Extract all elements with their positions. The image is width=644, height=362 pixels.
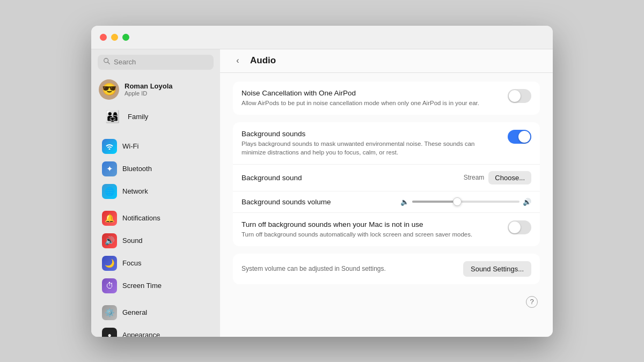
- sidebar-item-label: Family: [128, 113, 148, 121]
- row-text: Background sounds Plays background sound…: [241, 130, 508, 157]
- network-icon: 🌐: [102, 184, 117, 199]
- search-icon: [103, 57, 111, 67]
- toggle-knob: [509, 221, 521, 233]
- bg-sound-controls: Stream Choose...: [464, 171, 531, 184]
- row-desc: Allow AirPods to be put in noise cancell…: [241, 99, 499, 107]
- row-control: [508, 220, 531, 234]
- sidebar-item-screentime[interactable]: ⏱ Screen Time: [94, 275, 217, 297]
- volume-slider-row: Background sounds volume 🔈 🔊: [233, 191, 540, 213]
- sidebar-item-label: Bluetooth: [122, 165, 152, 173]
- sidebar: 😎 Roman Loyola Apple ID 👨‍👩‍👧 Family: [91, 49, 220, 337]
- back-button[interactable]: ‹: [231, 54, 245, 68]
- sidebar-item-focus[interactable]: 🌙 Focus: [94, 252, 217, 275]
- sound-icon: 🔊: [102, 233, 117, 248]
- sidebar-item-family[interactable]: 👨‍👩‍👧 Family: [94, 106, 217, 128]
- minimize-button[interactable]: [111, 34, 118, 41]
- maximize-button[interactable]: [122, 34, 129, 41]
- user-profile[interactable]: 😎 Roman Loyola Apple ID: [91, 76, 220, 103]
- sidebar-item-label: Appearance: [122, 331, 160, 337]
- help-row: ?: [233, 292, 540, 310]
- family-icon: 👨‍👩‍👧: [102, 110, 122, 124]
- notifications-icon: 🔔: [102, 211, 117, 226]
- background-sounds-toggle-row: Background sounds Plays background sound…: [233, 122, 540, 165]
- choose-button[interactable]: Choose...: [488, 171, 531, 184]
- slider-track[interactable]: [412, 201, 519, 203]
- avatar: 😎: [99, 79, 119, 100]
- noise-cancellation-row: Noise Cancellation with One AirPod Allow…: [233, 82, 540, 115]
- row-control: [508, 89, 531, 103]
- row-title: Turn off background sounds when your Mac…: [241, 220, 499, 228]
- row-title: Background sounds: [241, 130, 499, 138]
- sidebar-item-appearance[interactable]: ● Appearance: [94, 324, 217, 337]
- row-control: [508, 130, 531, 144]
- volume-low-icon: 🔈: [400, 198, 409, 206]
- main-body: Noise Cancellation with One AirPod Allow…: [220, 73, 553, 337]
- search-input[interactable]: [114, 58, 208, 66]
- slider-thumb[interactable]: [453, 197, 462, 206]
- turn-off-toggle[interactable]: [508, 220, 531, 234]
- row-title: Noise Cancellation with One AirPod: [241, 89, 499, 97]
- page-title: Audio: [250, 55, 276, 66]
- bluetooth-icon: ✦: [102, 161, 117, 176]
- window-content: 😎 Roman Loyola Apple ID 👨‍👩‍👧 Family: [91, 49, 553, 337]
- wifi-icon: [102, 139, 117, 154]
- user-name: Roman Loyola: [125, 82, 173, 90]
- sidebar-item-sound[interactable]: 🔊 Sound: [94, 230, 217, 252]
- svg-line-1: [108, 62, 110, 64]
- slider-label: Background sounds volume: [241, 198, 400, 206]
- appearance-icon: ●: [102, 328, 117, 337]
- sound-settings-button[interactable]: Sound Settings...: [463, 261, 531, 277]
- sidebar-item-label: Screen Time: [122, 282, 162, 290]
- slider-fill: [412, 201, 455, 203]
- main-content: ‹ Audio Noise Cancellation with One AirP…: [220, 49, 553, 337]
- slider-area: 🔈 🔊: [400, 198, 531, 206]
- footer-row: System volume can be adjusted in Sound s…: [233, 254, 540, 284]
- main-header: ‹ Audio: [220, 49, 553, 73]
- sidebar-item-label: Wi-Fi: [122, 142, 138, 150]
- volume-high-icon: 🔊: [523, 198, 531, 206]
- toggle-knob: [518, 131, 530, 143]
- sidebar-item-network[interactable]: 🌐 Network: [94, 180, 217, 203]
- search-bar[interactable]: [98, 55, 214, 70]
- sidebar-item-label: Sound: [122, 237, 143, 245]
- close-button[interactable]: [100, 34, 107, 41]
- settings-window: 😎 Roman Loyola Apple ID 👨‍👩‍👧 Family: [91, 26, 553, 337]
- sidebar-item-label: Network: [122, 187, 148, 195]
- user-subtitle: Apple ID: [125, 90, 173, 97]
- noise-cancellation-toggle[interactable]: [508, 89, 531, 103]
- row-desc: Turn off background sounds automatically…: [241, 230, 499, 239]
- background-sounds-card: Background sounds Plays background sound…: [233, 122, 540, 246]
- focus-icon: 🌙: [102, 256, 117, 271]
- stream-label: Stream: [464, 174, 485, 181]
- footer-text: System volume can be adjusted in Sound s…: [241, 265, 386, 272]
- sidebar-item-general[interactable]: ⚙️ General: [94, 301, 217, 324]
- footer-card: System volume can be adjusted in Sound s…: [233, 254, 540, 284]
- titlebar: [91, 26, 553, 49]
- row-text: Noise Cancellation with One AirPod Allow…: [241, 89, 508, 107]
- sidebar-item-bluetooth[interactable]: ✦ Bluetooth: [94, 158, 217, 180]
- sidebar-item-label: General: [122, 308, 147, 316]
- user-info: Roman Loyola Apple ID: [125, 82, 173, 97]
- background-sound-row: Background sound Stream Choose...: [233, 165, 540, 191]
- turn-off-row: Turn off background sounds when your Mac…: [233, 213, 540, 246]
- bg-sound-label: Background sound: [241, 174, 302, 182]
- noise-cancellation-card: Noise Cancellation with One AirPod Allow…: [233, 82, 540, 115]
- toggle-knob: [509, 90, 521, 102]
- screentime-icon: ⏱: [102, 278, 117, 293]
- background-sounds-toggle[interactable]: [508, 130, 531, 144]
- traffic-lights: [100, 34, 129, 41]
- sidebar-item-label: Notifications: [122, 214, 160, 222]
- sidebar-item-label: Focus: [122, 259, 141, 267]
- row-text: Turn off background sounds when your Mac…: [241, 220, 508, 239]
- row-desc: Plays background sounds to mask unwanted…: [241, 139, 499, 157]
- general-icon: ⚙️: [102, 305, 117, 320]
- sidebar-item-wifi[interactable]: Wi-Fi: [94, 135, 217, 158]
- help-button[interactable]: ?: [526, 296, 538, 308]
- sidebar-item-notifications[interactable]: 🔔 Notifications: [94, 207, 217, 230]
